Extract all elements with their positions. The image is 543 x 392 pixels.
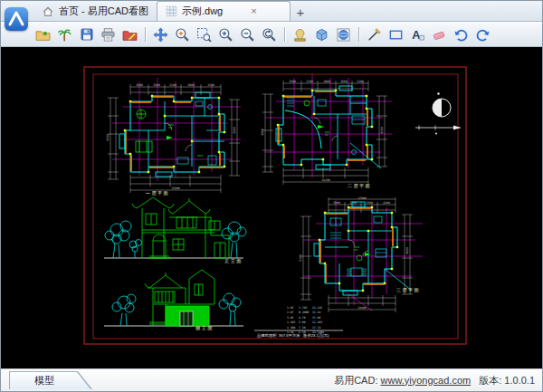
- plan3-walls: [314, 202, 412, 295]
- tab-bar: 首页 - 易用CAD看图 示例.dwg × +: [1, 1, 542, 22]
- plan1-dim: 3900: [187, 83, 195, 87]
- plan2-dim: 3900: [261, 129, 264, 136]
- pan-button[interactable]: [151, 25, 170, 44]
- view-3d-button[interactable]: [334, 25, 353, 44]
- app-logo-icon: [6, 9, 26, 29]
- tab-close-button[interactable]: ×: [251, 6, 256, 16]
- redo-icon: [475, 27, 491, 43]
- zoom-window-icon: [196, 27, 212, 43]
- tab-home[interactable]: 首页 - 易用CAD看图: [33, 2, 157, 21]
- plan3-dim: 5100: [299, 254, 302, 262]
- toolbar-separator: [145, 27, 146, 42]
- model-tab[interactable]: 模型: [9, 371, 92, 389]
- zoom-out-icon: [240, 27, 255, 43]
- plan3-title: 三层平面: [396, 287, 420, 292]
- tab-home-label: 首页 - 易用CAD看图: [59, 5, 148, 18]
- area-table-row: 1.05 1.795 13.145: [287, 306, 322, 310]
- draw-text-button[interactable]: A: [408, 25, 427, 44]
- plan3-dim: 4100: [383, 201, 390, 205]
- toolbar: A: [1, 22, 542, 47]
- model-tab-label: 模型: [10, 374, 79, 387]
- plan1-dim: 1500: [207, 83, 214, 87]
- zoom-in-button[interactable]: [216, 25, 235, 44]
- floor-plan-2: 3300 2700 1800 3600 2100 14100 3900 4200: [261, 74, 392, 185]
- annotate-stamp-button[interactable]: [291, 25, 310, 44]
- open-file-icon: [35, 27, 51, 43]
- plan1-walls: [119, 92, 224, 177]
- app-label: 易用CAD:: [334, 375, 377, 386]
- app-logo[interactable]: [5, 7, 28, 31]
- drawing-frame: [84, 67, 466, 344]
- svg-text:A: A: [412, 27, 420, 41]
- view-3d-icon: [336, 27, 351, 43]
- plan2-columns: [277, 90, 373, 166]
- eraser-button[interactable]: [430, 25, 449, 44]
- new-tab-button[interactable]: +: [291, 3, 310, 21]
- convert-button[interactable]: [120, 25, 139, 44]
- tab-drawing[interactable]: 示例.dwg ×: [157, 1, 291, 21]
- home-icon: [42, 5, 54, 18]
- plan2-dim: 2100: [357, 80, 364, 83]
- front-elevation: [104, 197, 246, 258]
- plan1-dim: 3300: [153, 83, 160, 87]
- area-table-row: 2.07 8.3008 11.34: [287, 311, 320, 314]
- gallery-palm-button[interactable]: [55, 25, 74, 44]
- status-bar: 模型 易用CAD: www.yiyongcad.com 版本: 1.0.0.1: [1, 368, 542, 391]
- plan1-dim: 4200: [106, 134, 110, 141]
- plan1-dim: 3300: [233, 127, 236, 134]
- front-elevation-house: [132, 197, 229, 258]
- draw-rect-button[interactable]: [386, 25, 405, 44]
- area-table: 1.05 1.795 13.145 2.07 8.3008 11.34 3.05…: [287, 306, 324, 335]
- layers-cube-icon: [314, 27, 329, 43]
- north-symbol: [415, 92, 461, 134]
- draw-line-button[interactable]: [365, 25, 384, 44]
- plan2-door-arcs: [314, 118, 338, 141]
- app-window: 首页 - 易用CAD看图 示例.dwg × +: [0, 0, 543, 392]
- draw-line-icon: [367, 27, 382, 43]
- version-label: 版本:: [479, 375, 501, 386]
- plan1-wall-accents: [126, 97, 224, 171]
- area-table-row: 3.05 9.76 17.06: [287, 316, 320, 320]
- zoom-previous-icon: [262, 27, 277, 43]
- area-table-row: 1.305 5.06 12.363: [287, 320, 322, 324]
- plan3-furniture-green: [354, 247, 370, 261]
- zoom-extents-button[interactable]: [173, 25, 192, 44]
- cad-drawing: 3600 3300 2100 3900 1500 15000 4200 3300: [1, 47, 542, 368]
- plan1-furniture-green: [136, 110, 203, 156]
- status-right: 易用CAD: www.yiyongcad.com 版本: 1.0.0.1: [334, 374, 542, 387]
- open-file-button[interactable]: [33, 25, 52, 44]
- layers-cube-button[interactable]: [312, 25, 331, 44]
- gallery-palm-icon: [57, 27, 72, 43]
- garage-door: [180, 311, 193, 326]
- zoom-extents-icon: [175, 27, 190, 43]
- cad-canvas[interactable]: 3600 3300 2100 3900 1500 15000 4200 3300: [1, 47, 542, 368]
- plan2-dim: 3600: [340, 80, 348, 83]
- redo-button[interactable]: [473, 25, 492, 44]
- plan1-title: 一层平面: [146, 190, 169, 196]
- website-link[interactable]: www.yiyongcad.com: [381, 375, 472, 386]
- plan1-dim-total: 15000: [171, 186, 180, 190]
- zoom-window-button[interactable]: [195, 25, 214, 44]
- plan2-dim: 4200: [380, 127, 384, 134]
- pan-icon: [153, 27, 168, 43]
- plan3-dim: 3300: [366, 201, 373, 205]
- annotate-stamp-icon: [292, 27, 308, 43]
- zoom-previous-button[interactable]: [260, 25, 279, 44]
- plan2-dim-total: 14100: [321, 178, 330, 182]
- plan3-dim: 3900: [333, 201, 340, 205]
- plan2-dim: 2700: [306, 80, 313, 83]
- print-button[interactable]: [99, 25, 118, 44]
- drawing-file-icon: [166, 5, 177, 17]
- undo-icon: [453, 27, 469, 43]
- save-icon: [80, 27, 94, 42]
- save-button[interactable]: [77, 25, 96, 44]
- zoom-out-button[interactable]: [238, 25, 257, 44]
- undo-button[interactable]: [452, 25, 471, 44]
- plan2-title: 二层平面: [348, 183, 371, 188]
- plan3-dim-total-top: 17000: [357, 196, 367, 200]
- floor-plan-1: 3600 3300 2100 3900 1500 15000 4200 3300: [106, 78, 241, 193]
- convert-icon: [122, 27, 138, 43]
- draw-text-icon: A: [410, 27, 425, 43]
- plan2-dim: 1800: [323, 80, 330, 83]
- front-elevation-title: 正立面: [224, 258, 243, 263]
